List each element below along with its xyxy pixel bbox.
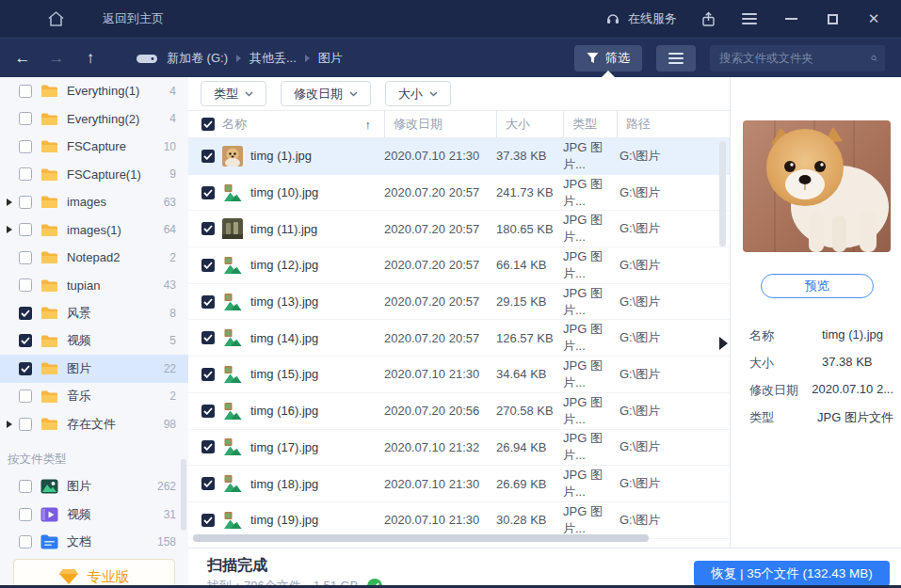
expander-icon[interactable]: [7, 421, 19, 428]
menu-icon[interactable]: [739, 8, 760, 29]
file-list-panel: 类型 修改日期 大小 名称 ↑ 修改日期 大小 类型 路径 timg (1).j…: [188, 77, 730, 548]
table-row[interactable]: timg (13).jpg 2020.07.20 20:57 29.15 KB …: [188, 284, 730, 321]
sidebar-item[interactable]: tupian 43: [0, 272, 188, 300]
select-all-checkbox[interactable]: [201, 118, 215, 131]
folder-checkbox[interactable]: [19, 112, 32, 125]
search-input[interactable]: [719, 52, 871, 65]
forward-arrow-icon[interactable]: →: [47, 49, 66, 68]
table-row[interactable]: timg (10).jpg 2020.07.20 20:57 241.73 KB…: [188, 175, 730, 212]
file-path: G:\图片: [619, 148, 730, 165]
row-checkbox[interactable]: [201, 514, 215, 527]
back-arrow-icon[interactable]: ←: [13, 49, 32, 68]
breadcrumb-crumb[interactable]: 图片: [318, 50, 343, 67]
expander-icon[interactable]: [7, 199, 19, 206]
expander-icon[interactable]: [7, 226, 19, 233]
home-icon[interactable]: [47, 10, 65, 27]
sidebar-item[interactable]: images 63: [0, 188, 188, 216]
table-row[interactable]: timg (17).jpg 2020.07.10 21:32 26.94 KB …: [188, 430, 730, 467]
table-row[interactable]: timg (1).jpg 2020.07.10 21:30 37.38 KB J…: [188, 138, 730, 175]
folder-checkbox[interactable]: [19, 196, 32, 209]
sort-ascending-icon[interactable]: ↑: [365, 118, 372, 132]
filter-chip[interactable]: 类型: [201, 81, 266, 106]
folder-checkbox[interactable]: [19, 418, 32, 431]
filter-chip[interactable]: 修改日期: [281, 81, 371, 106]
folder-checkbox[interactable]: [19, 85, 32, 98]
sidebar-item[interactable]: Everything(1) 4: [0, 77, 188, 105]
folder-checkbox[interactable]: [19, 334, 32, 347]
file-size: 66.14 KB: [496, 258, 563, 272]
header-path[interactable]: 路径: [617, 111, 730, 137]
table-row[interactable]: timg (19).jpg 2020.07.10 21:30 30.28 KB …: [188, 502, 730, 539]
row-checkbox[interactable]: [201, 405, 215, 418]
horizontal-scrollbar[interactable]: [193, 534, 649, 542]
view-options-button[interactable]: [656, 45, 696, 72]
table-row[interactable]: timg (15).jpg 2020.07.10 21:30 34.64 KB …: [188, 357, 730, 393]
recover-button[interactable]: 恢复 | 35个文件 (132.43 MB): [694, 561, 890, 585]
folder-checkbox[interactable]: [19, 223, 32, 236]
vertical-scrollbar[interactable]: [719, 141, 726, 246]
back-home-label[interactable]: 返回到主页: [103, 10, 164, 27]
table-row[interactable]: timg (18).jpg 2020.07.10 21:30 26.69 KB …: [188, 466, 730, 502]
sidebar-item-label: 存在文件: [67, 416, 164, 433]
sidebar-item[interactable]: Notepad2 2: [0, 244, 188, 272]
folder-checkbox[interactable]: [19, 389, 32, 403]
row-checkbox[interactable]: [201, 368, 215, 381]
sidebar-item[interactable]: FSCapture 10: [0, 133, 188, 161]
sidebar-item[interactable]: 图片 22: [0, 355, 188, 383]
up-arrow-icon[interactable]: ↑: [81, 49, 100, 68]
row-checkbox[interactable]: [201, 295, 215, 309]
sidebar-scrollbar[interactable]: [181, 459, 186, 531]
filter-chip[interactable]: 大小: [385, 81, 451, 106]
row-checkbox[interactable]: [201, 259, 215, 272]
header-date[interactable]: 修改日期: [384, 111, 496, 137]
row-checkbox[interactable]: [201, 440, 215, 453]
file-type-item[interactable]: 视频 31: [0, 501, 188, 529]
search-box[interactable]: [710, 45, 885, 72]
row-checkbox[interactable]: [201, 150, 215, 163]
breadcrumb-crumb[interactable]: 其他丢...: [249, 50, 297, 67]
type-checkbox[interactable]: [19, 535, 32, 548]
minimize-button[interactable]: [780, 8, 801, 29]
row-checkbox[interactable]: [201, 477, 215, 490]
online-service-button[interactable]: 在线服务: [605, 10, 677, 27]
folder-icon: [40, 278, 59, 293]
row-checkbox[interactable]: [201, 331, 215, 344]
row-checkbox[interactable]: [201, 222, 215, 235]
file-type-item[interactable]: 文档 158: [0, 529, 188, 557]
sidebar-item[interactable]: 视频 5: [0, 327, 188, 356]
folder-checkbox[interactable]: [19, 362, 32, 375]
folder-checkbox[interactable]: [19, 251, 32, 264]
collapse-panel-icon[interactable]: [719, 337, 728, 350]
table-row[interactable]: timg (11).jpg 2020.07.20 20:57 180.65 KB…: [188, 211, 730, 247]
folder-checkbox[interactable]: [19, 167, 32, 181]
sidebar-item[interactable]: Everything(2) 4: [0, 105, 188, 134]
row-checkbox[interactable]: [201, 186, 215, 199]
folder-checkbox[interactable]: [19, 278, 32, 292]
type-checkbox[interactable]: [19, 508, 32, 521]
sidebar-item[interactable]: images(1) 64: [0, 216, 188, 245]
table-row[interactable]: timg (16).jpg 2020.07.20 20:56 270.58 KB…: [188, 393, 730, 430]
folder-checkbox[interactable]: [19, 307, 32, 320]
file-type-item[interactable]: 图片 262: [0, 473, 188, 501]
sidebar-item[interactable]: 音乐 2: [0, 383, 188, 411]
search-icon[interactable]: [871, 52, 877, 65]
maximize-button[interactable]: [822, 8, 843, 29]
sidebar-item[interactable]: 存在文件 98: [0, 410, 188, 438]
type-checkbox[interactable]: [19, 480, 32, 493]
close-button[interactable]: ✕: [863, 8, 884, 29]
header-size[interactable]: 大小: [496, 111, 563, 137]
header-type[interactable]: 类型: [563, 111, 617, 137]
folder-checkbox[interactable]: [19, 140, 32, 153]
sidebar-item[interactable]: FSCapture(1) 9: [0, 161, 188, 189]
pro-version-button[interactable]: 专业版: [13, 559, 175, 588]
table-row[interactable]: timg (14).jpg 2020.07.20 20:57 126.57 KB…: [188, 320, 730, 357]
breadcrumb: 新加卷 (G:) 其他丢... 图片: [136, 50, 343, 67]
header-name[interactable]: 名称: [222, 116, 247, 133]
sidebar-item[interactable]: 风景 8: [0, 299, 188, 327]
breadcrumb-drive[interactable]: 新加卷 (G:): [167, 50, 228, 67]
file-path: G:\图片: [619, 366, 730, 383]
share-icon[interactable]: [698, 8, 718, 29]
preview-button[interactable]: 预览: [761, 274, 874, 298]
table-row[interactable]: timg (12).jpg 2020.07.20 20:57 66.14 KB …: [188, 247, 730, 284]
filter-button[interactable]: 筛选: [574, 45, 642, 72]
